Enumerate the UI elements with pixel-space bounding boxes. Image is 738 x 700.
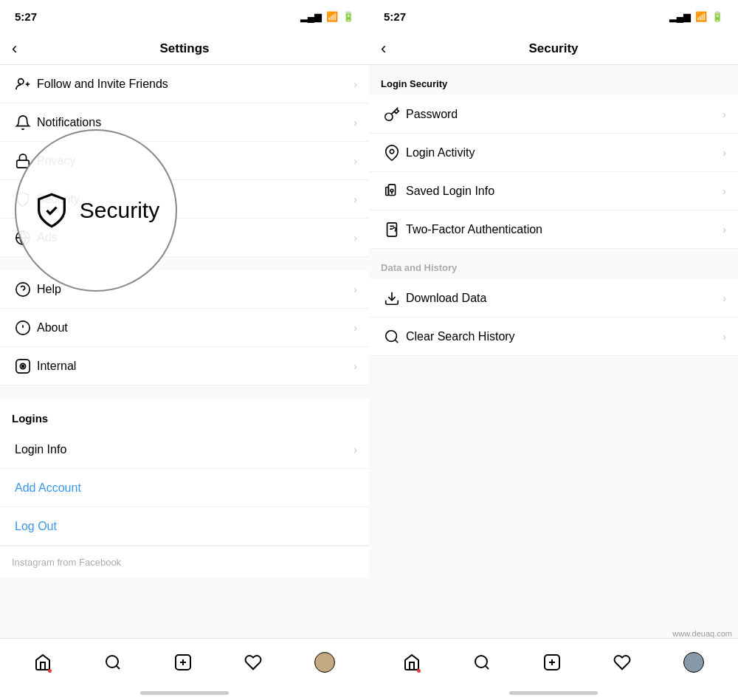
right-nav-add[interactable] [543,653,561,671]
right-signal-icon: ▂▄▆ [669,11,691,22]
left-status-icons: ▂▄▆ 📶 🔋 [300,11,354,22]
two-factor-icon [381,222,403,238]
right-nav-search[interactable] [473,653,491,671]
signal-icon: ▂▄▆ [300,11,322,22]
help-label: Help [34,283,348,296]
left-avatar [314,652,335,673]
ads-icon [12,230,34,246]
left-nav-add[interactable] [174,653,192,671]
security-download-data[interactable]: Download Data › [369,279,738,318]
settings-help[interactable]: Help › [0,270,369,309]
clear-search-history-chevron: › [723,331,726,343]
settings-about[interactable]: About › [0,309,369,347]
right-avatar [683,652,704,673]
group-sep-2 [0,385,369,399]
internal-chevron: › [354,360,357,372]
left-nav-heart[interactable] [244,653,262,671]
privacy-label: Privacy [34,154,348,168]
svg-point-28 [475,656,487,668]
settings-follow-invite[interactable]: Follow and Invite Friends › [0,65,369,103]
password-label: Password [403,108,717,121]
log-out-label: Log Out [12,520,357,533]
login-activity-chevron: › [723,147,726,159]
security-chevron: › [354,193,357,205]
right-bottom-nav [369,638,738,685]
download-data-label: Download Data [403,292,717,305]
saved-login-icon [381,183,403,199]
left-status-time: 5:27 [15,10,37,23]
right-battery-icon: 🔋 [711,11,723,22]
left-nav-home[interactable] [34,653,52,671]
security-label: Security [34,193,348,206]
clear-search-icon [381,329,403,345]
settings-security[interactable]: Security › [0,180,369,219]
left-nav-title: Settings [159,41,209,56]
svg-point-6 [16,282,30,295]
left-back-button[interactable]: ‹ [12,39,17,58]
saved-login-label: Saved Login Info [403,185,717,198]
ads-chevron: › [354,232,357,244]
security-clear-search[interactable]: Clear Search History › [369,318,738,356]
right-status-bar: 5:27 ▂▄▆ 📶 🔋 [369,0,738,32]
ads-label: Ads [34,231,348,244]
security-2fa[interactable]: Two-Factor Authentication › [369,210,738,249]
left-nav-bar: ‹ Settings [0,32,369,65]
right-scroll-content: Login Security Password › Login Activity… [369,65,738,638]
two-factor-chevron: › [723,224,726,236]
notifications-icon [12,114,34,131]
left-home-bar [140,691,229,695]
left-panel: 5:27 ▂▄▆ 📶 🔋 ‹ Settings Follow and Invit… [0,0,369,700]
security-password[interactable]: Password › [369,95,738,134]
right-home-bar [509,691,598,695]
download-data-chevron: › [723,292,726,304]
help-chevron: › [354,284,357,295]
right-back-button[interactable]: ‹ [381,39,386,58]
two-factor-label: Two-Factor Authentication [403,223,717,236]
download-icon [381,290,403,306]
settings-add-account[interactable]: Add Account [0,469,369,507]
follow-invite-label: Follow and Invite Friends [34,78,348,91]
settings-login-info[interactable]: Login Info › [0,430,369,469]
logins-header: Logins [0,399,369,430]
data-history-label: Da [381,262,393,273]
right-status-icons: ▂▄▆ 📶 🔋 [669,11,723,22]
svg-point-26 [386,330,397,341]
group-sep-1 [0,257,369,270]
data-history-header: Data and History [369,249,738,279]
right-home-dot [417,669,421,673]
instagram-footer: Instagram from Facebook [12,557,121,568]
notifications-label: Notifications [34,116,348,129]
left-nav-search[interactable] [104,653,122,671]
help-icon [12,281,34,298]
settings-internal[interactable]: Internal › [0,347,369,385]
left-scroll-content: Follow and Invite Friends › Notification… [0,65,369,638]
left-nav-profile[interactable] [314,652,335,673]
right-nav-title: Security [528,41,578,56]
security-login-activity[interactable]: Login Activity › [369,134,738,172]
right-status-time: 5:27 [384,10,406,23]
security-saved-login[interactable]: Saved Login Info › [369,172,738,210]
settings-privacy[interactable]: Privacy › [0,142,369,180]
settings-notifications[interactable]: Notifications › [0,103,369,142]
follow-invite-chevron: › [354,78,357,90]
password-icon [381,106,403,123]
right-nav-bar: ‹ Security [369,32,738,65]
right-wifi-icon: 📶 [695,11,707,22]
right-nav-heart[interactable] [613,653,631,671]
login-info-chevron: › [354,444,357,456]
svg-rect-22 [386,187,389,195]
settings-log-out[interactable]: Log Out [0,507,369,546]
settings-ads[interactable]: Ads › [0,219,369,257]
login-security-header: Login Security [369,65,738,95]
right-nav-profile[interactable] [683,652,704,673]
svg-line-27 [395,340,398,343]
svg-point-14 [106,656,118,668]
wifi-icon: 📶 [326,11,338,22]
password-chevron: › [723,109,726,120]
internal-label: Internal [34,360,348,373]
svg-line-29 [485,665,488,668]
clear-search-label: Clear Search History [403,330,717,343]
right-nav-home[interactable] [403,653,421,671]
about-label: About [34,321,348,334]
right-panel: 5:27 ▂▄▆ 📶 🔋 ‹ Security Login Security P… [369,0,738,700]
